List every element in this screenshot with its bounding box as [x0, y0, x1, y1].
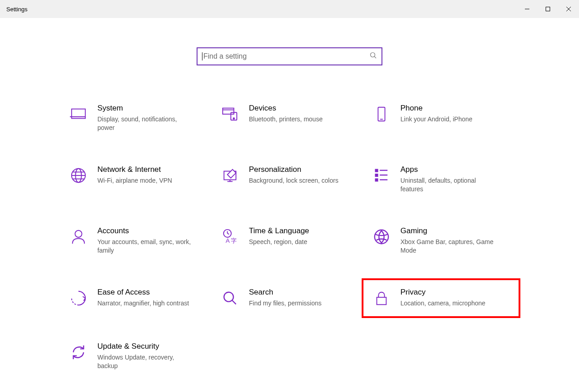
lock-icon: [371, 287, 392, 309]
tile-subtitle: Wi-Fi, airplane mode, VPN: [97, 176, 192, 185]
tile-accounts[interactable]: Accounts Your accounts, email, sync, wor…: [66, 224, 210, 257]
svg-line-36: [232, 300, 236, 304]
svg-text:字: 字: [231, 237, 237, 244]
personalization-icon: [219, 165, 241, 186]
devices-icon: [219, 103, 241, 125]
tile-title: Network & Internet: [97, 165, 208, 175]
tile-network[interactable]: Network & Internet Wi-Fi, airplane mode,…: [66, 163, 210, 195]
svg-point-35: [224, 292, 234, 301]
apps-icon: [371, 165, 392, 186]
tile-title: Gaming: [400, 226, 511, 236]
tile-subtitle: Speech, region, date: [249, 238, 344, 246]
tile-update-security[interactable]: Update & Security Windows Update, recove…: [66, 340, 210, 372]
tile-devices[interactable]: Devices Bluetooth, printers, mouse: [217, 101, 362, 134]
tile-title: Search: [249, 287, 360, 297]
search-box[interactable]: [197, 47, 382, 65]
svg-line-5: [374, 56, 376, 58]
svg-rect-24: [376, 179, 378, 181]
globe-icon: [68, 165, 89, 186]
svg-rect-37: [377, 297, 386, 304]
svg-rect-23: [376, 174, 378, 176]
svg-point-11: [233, 118, 234, 119]
tile-privacy[interactable]: Privacy Location, camera, microphone: [369, 286, 513, 311]
tile-title: Ease of Access: [97, 287, 208, 297]
window-controls: [517, 0, 579, 18]
tile-system[interactable]: System Display, sound, notifications, po…: [66, 101, 210, 134]
tile-title: System: [97, 103, 208, 113]
tile-ease-of-access[interactable]: Ease of Access Narrator, magnifier, high…: [66, 286, 210, 311]
tile-subtitle: Find my files, permissions: [249, 299, 344, 308]
tile-title: Update & Security: [97, 341, 208, 351]
window-title: Settings: [6, 6, 28, 13]
tile-subtitle: Narrator, magnifier, high contrast: [97, 299, 192, 308]
tile-subtitle: Xbox Game Bar, captures, Game Mode: [400, 238, 495, 255]
svg-rect-1: [546, 7, 550, 11]
svg-rect-8: [223, 108, 234, 114]
titlebar: Settings: [0, 0, 579, 18]
tile-subtitle: Windows Update, recovery, backup: [97, 353, 192, 370]
system-icon: [68, 103, 89, 125]
settings-grid: System Display, sound, notifications, po…: [66, 101, 513, 372]
maximize-button[interactable]: [538, 0, 558, 18]
tile-title: Accounts: [97, 226, 208, 236]
tile-gaming[interactable]: Gaming Xbox Game Bar, captures, Game Mod…: [369, 224, 513, 257]
tile-subtitle: Bluetooth, printers, mouse: [249, 115, 344, 124]
tile-title: Apps: [400, 165, 511, 175]
tile-subtitle: Background, lock screen, colors: [249, 176, 344, 185]
tile-subtitle: Location, camera, microphone: [400, 299, 495, 308]
minimize-button[interactable]: [517, 0, 538, 18]
tile-subtitle: Your accounts, email, sync, work, family: [97, 238, 192, 255]
tile-time-language[interactable]: A字 Time & Language Speech, region, date: [217, 224, 362, 257]
search-icon: [370, 52, 377, 61]
tile-title: Devices: [249, 103, 360, 113]
tile-subtitle: Uninstall, defaults, optional features: [400, 176, 495, 194]
svg-rect-22: [376, 170, 378, 172]
accounts-icon: [68, 226, 89, 248]
tile-title: Personalization: [249, 165, 360, 175]
svg-line-31: [227, 233, 229, 234]
close-button[interactable]: [558, 0, 579, 18]
svg-point-34: [375, 230, 388, 244]
tile-phone[interactable]: Phone Link your Android, iPhone: [369, 101, 513, 134]
tile-subtitle: Link your Android, iPhone: [400, 115, 495, 124]
svg-text:A: A: [226, 237, 230, 244]
svg-point-4: [371, 53, 375, 57]
phone-icon: [371, 103, 392, 125]
tile-search[interactable]: Search Find my files, permissions: [217, 286, 362, 311]
tile-title: Phone: [400, 103, 511, 113]
tile-personalization[interactable]: Personalization Background, lock screen,…: [217, 163, 362, 195]
ease-of-access-icon: [68, 287, 89, 309]
search-category-icon: [219, 287, 241, 309]
tile-subtitle: Display, sound, notifications, power: [97, 115, 192, 132]
tile-apps[interactable]: Apps Uninstall, defaults, optional featu…: [369, 163, 513, 195]
update-icon: [68, 341, 89, 363]
search-input[interactable]: [203, 52, 370, 60]
time-language-icon: A字: [219, 226, 241, 248]
content-area: System Display, sound, notifications, po…: [0, 18, 579, 372]
tile-title: Time & Language: [249, 226, 360, 236]
text-caret: [202, 52, 202, 60]
svg-point-28: [75, 231, 82, 237]
gaming-icon: [371, 226, 392, 248]
tile-title: Privacy: [400, 287, 511, 297]
